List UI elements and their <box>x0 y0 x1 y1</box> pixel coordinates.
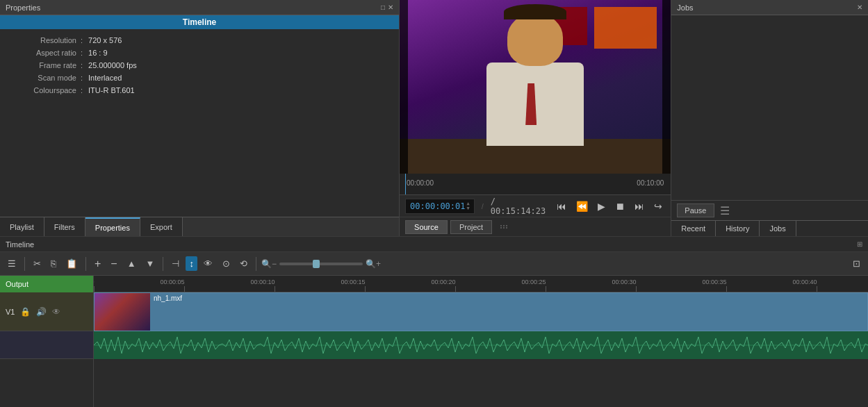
scan-mode-row: Scan mode : Interlaced <box>14 74 385 82</box>
preview-video <box>400 0 671 174</box>
tc-down-arrow[interactable]: ▼ <box>467 206 470 211</box>
transport-loop[interactable]: ↪ <box>651 199 665 213</box>
transport-stop[interactable]: ⏹ <box>612 199 628 213</box>
audio-icon[interactable]: 🔊 <box>36 307 47 317</box>
tab-playlist[interactable]: Playlist <box>0 217 44 236</box>
tc-start: 00:00:00 <box>407 179 434 187</box>
properties-controls: □ ✕ <box>381 3 393 11</box>
timeline-title: Timeline <box>0 15 399 29</box>
tl-snap-btn[interactable]: ↕ <box>186 256 197 271</box>
zoom-slider-container: 🔍− 🔍+ <box>261 259 846 269</box>
preview-video-inner <box>400 0 671 174</box>
colourspace-label: Colourspace <box>14 86 76 94</box>
clip-thumbnail <box>95 293 150 331</box>
resolution-value: 720 x 576 <box>88 36 122 44</box>
aspect-ratio-row: Aspect ratio : 16 : 9 <box>14 49 385 57</box>
top-area: Properties □ ✕ Timeline Resolution : 720… <box>0 0 868 236</box>
transport-skip-start[interactable]: ⏮ <box>554 199 569 213</box>
tab-properties[interactable]: Properties <box>85 217 140 236</box>
presenter-area <box>400 0 671 174</box>
tl-add-btn[interactable]: + <box>91 256 104 272</box>
tl-remove-btn[interactable]: − <box>107 256 120 272</box>
tab-recent[interactable]: Recent <box>671 221 716 236</box>
resolution-row: Resolution : 720 x 576 <box>14 36 385 44</box>
timeline-content: 00:00:00 00:00:05 00:00:10 00:00:15 00:0… <box>94 276 868 407</box>
properties-close-btn[interactable]: ✕ <box>388 3 393 11</box>
clip-filename: nh_1.mxf <box>154 294 182 302</box>
tl-split-btn[interactable]: ⊣ <box>168 256 183 271</box>
eye-icon[interactable]: 👁 <box>52 307 60 317</box>
zoom-in-icon[interactable]: 🔍+ <box>366 259 381 269</box>
resolution-label: Resolution <box>14 36 76 44</box>
properties-title-bar: Properties □ ✕ <box>0 0 399 15</box>
ruler-mark-20: 00:00:20 <box>455 286 456 292</box>
transport-play[interactable]: ▶ <box>595 199 608 213</box>
ruler-mark-15: 00:00:15 <box>365 286 366 292</box>
audio-track-row: // This script won't run inside SVG safe… <box>94 331 868 359</box>
zoom-slider[interactable] <box>279 263 363 265</box>
frame-rate-value: 25.000000 fps <box>88 61 137 69</box>
waveform-svg: // This script won't run inside SVG safe… <box>94 331 868 359</box>
video-track-row: nh_1.mxf <box>94 292 868 331</box>
aspect-ratio-label: Aspect ratio <box>14 49 76 57</box>
tl-magnet-btn[interactable]: ⊙ <box>219 256 234 271</box>
audio-track-label <box>0 331 93 359</box>
video-clip[interactable]: nh_1.mxf <box>94 292 868 331</box>
tab-filters[interactable]: Filters <box>44 217 85 236</box>
properties-minimize-btn[interactable]: □ <box>381 3 385 11</box>
ruler-mark-35: 00:00:35 <box>726 286 727 292</box>
tl-loop-btn[interactable]: ⟲ <box>236 256 251 271</box>
jobs-close-btn[interactable]: ✕ <box>857 3 862 11</box>
tl-down-btn[interactable]: ▼ <box>142 256 158 271</box>
source-project-bar: Source Project <box>400 217 671 236</box>
tl-cut-btn[interactable]: ✂ <box>30 256 44 271</box>
timecode-ruler-bar: 00:00:00 00:10:00 <box>400 174 671 194</box>
ruler-mark-10: 00:00:10 <box>275 286 275 292</box>
jobs-panel: Jobs ✕ Pause ☰ Recent History Jobs <box>671 0 868 236</box>
lock-icon[interactable]: 🔒 <box>20 307 31 317</box>
tl-paste-btn[interactable]: 📋 <box>63 256 81 271</box>
jobs-title: Jobs <box>677 3 693 12</box>
timeline-area: Timeline ⊞ ☰ ✂ ⎘ 📋 + − ▲ ▼ ⊣ ↕ 👁 ⊙ ⟲ 🔍− … <box>0 236 868 407</box>
tl-ripple-btn[interactable]: 👁 <box>200 256 216 271</box>
zoom-out-icon[interactable]: 🔍− <box>261 259 277 269</box>
timeline-label: Timeline <box>6 240 34 249</box>
transport-skip-end[interactable]: ⏭ <box>632 199 647 213</box>
aspect-ratio-value: 16 : 9 <box>88 49 108 57</box>
timeline-expand-icon[interactable]: ⊞ <box>857 240 862 248</box>
jobs-controls: Pause ☰ <box>671 200 868 220</box>
zoom-thumb[interactable] <box>313 260 320 268</box>
properties-title: Properties <box>6 3 40 12</box>
jobs-content <box>671 15 868 200</box>
tab-export[interactable]: Export <box>140 217 183 236</box>
transport-controls: 00:00:00:01 ▲ ▼ / / 00:15:14:23 ⏮ ⏪ ▶ ⏹ … <box>400 194 671 217</box>
ruler-mark-5: 00:00:05 <box>184 286 185 292</box>
tl-fit-btn[interactable]: ⊡ <box>849 256 864 271</box>
ruler-mark-25: 00:00:25 <box>546 286 546 292</box>
jobs-menu-icon[interactable]: ☰ <box>720 204 730 217</box>
project-button[interactable]: Project <box>450 220 492 234</box>
timecodes-ruler: 00:00:00 00:00:05 00:00:10 00:00:15 00:0… <box>94 276 868 292</box>
tc-spinners: ▲ ▼ <box>467 201 470 211</box>
ruler-mark-0: 00:00:00 <box>94 286 95 292</box>
tab-history[interactable]: History <box>716 221 760 236</box>
playhead <box>405 174 406 194</box>
drag-handle <box>500 225 507 229</box>
jobs-tabs: Recent History Jobs <box>671 220 868 236</box>
transport-rewind[interactable]: ⏪ <box>573 199 591 213</box>
pause-button[interactable]: Pause <box>677 204 714 217</box>
timeline-header: Timeline ⊞ <box>0 237 868 252</box>
source-button[interactable]: Source <box>405 220 448 234</box>
tl-copy-btn[interactable]: ⎘ <box>47 256 60 271</box>
tl-menu-btn[interactable]: ☰ <box>4 256 19 271</box>
v1-track-label: V1 🔒 🔊 👁 <box>0 292 93 331</box>
jobs-title-bar: Jobs ✕ <box>671 0 868 15</box>
tl-up-btn[interactable]: ▲ <box>124 256 140 271</box>
properties-tabs: Playlist Filters Properties Export <box>0 217 399 236</box>
total-duration: / 00:15:14:23 <box>491 197 546 216</box>
tab-jobs[interactable]: Jobs <box>760 221 796 236</box>
colourspace-value: ITU-R BT.601 <box>88 86 135 94</box>
frame-rate-label: Frame rate <box>14 61 76 69</box>
properties-panel: Properties □ ✕ Timeline Resolution : 720… <box>0 0 400 236</box>
timeline-toolbar: ☰ ✂ ⎘ 📋 + − ▲ ▼ ⊣ ↕ 👁 ⊙ ⟲ 🔍− 🔍+ ⊡ <box>0 252 868 276</box>
